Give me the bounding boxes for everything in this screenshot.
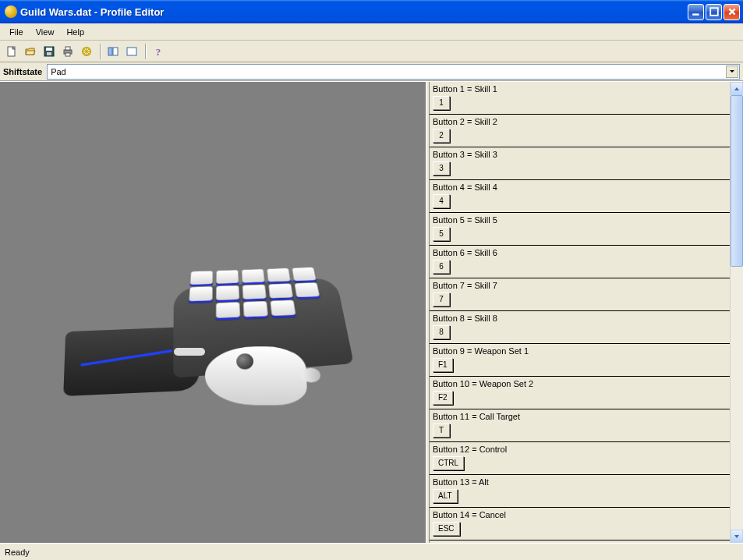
mapping-row: Button 5 = Skill 55 (430, 213, 730, 246)
help-icon[interactable]: ? (150, 43, 167, 60)
scrollbar[interactable] (730, 82, 743, 543)
scroll-thumb[interactable] (731, 95, 743, 267)
shiftstate-value: Pad (51, 67, 66, 76)
window-title: Guild Wars.dat - Profile Editor (20, 6, 688, 18)
menu-view[interactable]: View (30, 25, 61, 39)
mapping-key-button[interactable]: ALT (433, 489, 458, 503)
mapping-label: Button 14 = Cancel (433, 510, 727, 519)
main-area: Button 1 = Skill 11Button 2 = Skill 22Bu… (0, 81, 743, 543)
mapping-key-button[interactable]: 8 (433, 325, 450, 339)
mapping-key-button[interactable]: 1 (433, 96, 450, 110)
toolbar-separator (100, 44, 101, 59)
shiftstate-select[interactable]: Pad (47, 64, 740, 80)
shiftstate-label: Shiftstate (3, 67, 47, 76)
mapping-row: Button 8 = Skill 88 (430, 311, 730, 344)
mapping-row: Button 1 = Skill 11 (430, 82, 730, 115)
mapping-key-button[interactable]: T (433, 424, 450, 438)
mapping-row: Button 11 = Call TargetT (430, 409, 730, 442)
mapping-row: Button 2 = Skill 22 (430, 115, 730, 147)
mapping-row: Button 4 = Skill 44 (430, 180, 730, 213)
maximize-button[interactable] (706, 4, 722, 20)
svg-text:?: ? (156, 46, 161, 58)
svg-rect-0 (692, 13, 699, 15)
mapping-row: Button 7 = Skill 77 (430, 278, 730, 311)
scroll-track[interactable] (731, 95, 743, 530)
build-icon[interactable] (78, 43, 95, 60)
mapping-row: Button 13 = AltALT (430, 475, 730, 508)
mapping-label: Button 7 = Skill 7 (433, 281, 727, 290)
minimize-button[interactable] (688, 4, 704, 20)
statusbar: Ready (0, 543, 743, 560)
chevron-down-icon[interactable] (726, 66, 738, 78)
svg-rect-10 (108, 48, 112, 55)
thumb-module (203, 346, 307, 405)
mapping-label: Button 11 = Call Target (433, 412, 727, 421)
scroll-down-icon[interactable] (731, 530, 743, 543)
mapping-label: Button 12 = Control (433, 445, 727, 454)
side-knob (302, 367, 321, 382)
mapping-row: Button 14 = CancelESC (430, 508, 730, 541)
mapping-label: Button 9 = Weapon Set 1 (433, 346, 727, 356)
mapping-key-button[interactable]: ESC (433, 522, 460, 536)
menu-help[interactable]: Help (60, 25, 90, 39)
device-render (65, 250, 361, 438)
save-icon[interactable] (41, 43, 58, 60)
mapping-row: Button 9 = Weapon Set 1F1 (430, 344, 730, 377)
device-viewport[interactable] (0, 82, 426, 543)
side-button (174, 348, 205, 356)
menubar: File View Help (0, 23, 743, 41)
status-text: Ready (5, 548, 30, 557)
titlebar: Guild Wars.dat - Profile Editor (0, 0, 743, 23)
mapping-key-button[interactable]: F1 (433, 358, 453, 372)
svg-rect-12 (127, 48, 136, 55)
svg-rect-1 (710, 8, 718, 16)
mapping-row: Button 10 = Weapon Set 2F2 (430, 377, 730, 409)
mapping-key-button[interactable]: 3 (433, 161, 450, 175)
mapping-key-button[interactable]: 5 (433, 227, 450, 241)
mapping-label: Button 4 = Skill 4 (433, 183, 727, 192)
print-icon[interactable] (59, 43, 76, 60)
mapping-label: Button 8 = Skill 8 (433, 314, 727, 323)
mapping-label: Button 2 = Skill 2 (433, 117, 727, 126)
toolbar-separator (145, 44, 147, 59)
mappings-list: Button 1 = Skill 11Button 2 = Skill 22Bu… (430, 82, 730, 543)
scroll-up-icon[interactable] (731, 82, 743, 95)
mapping-label: Button 3 = Skill 3 (433, 150, 727, 159)
menu-file[interactable]: File (3, 25, 30, 39)
svg-rect-11 (113, 48, 118, 55)
open-icon[interactable] (22, 43, 39, 60)
svg-rect-8 (65, 53, 70, 56)
mapping-key-button[interactable]: CTRL (433, 456, 464, 470)
svg-rect-5 (47, 52, 51, 55)
layout-b-icon[interactable] (123, 43, 140, 60)
thumb-stick (236, 353, 253, 369)
mapping-label: Button 1 = Skill 1 (433, 84, 727, 94)
mapping-key-button[interactable]: 7 (433, 292, 450, 307)
window-controls (688, 4, 740, 20)
palm-stripe (80, 349, 172, 366)
keypad (188, 267, 324, 319)
mapping-key-button[interactable]: F2 (433, 391, 453, 405)
new-icon[interactable] (3, 43, 20, 60)
svg-rect-4 (46, 48, 52, 51)
mapping-row: Button 12 = ControlCTRL (430, 442, 730, 475)
layout-a-icon[interactable] (104, 43, 122, 60)
close-button[interactable] (724, 4, 740, 20)
mapping-key-button[interactable]: 4 (433, 194, 450, 208)
mapping-key-button[interactable]: 6 (433, 260, 450, 274)
mapping-label: Button 5 = Skill 5 (433, 215, 727, 225)
shiftstate-row: Shiftstate Pad (0, 62, 743, 81)
toolbar: ? (0, 41, 743, 62)
mapping-label: Button 6 = Skill 6 (433, 248, 727, 257)
mapping-label: Button 10 = Weapon Set 2 (433, 379, 727, 388)
app-icon (5, 5, 17, 18)
mappings-panel: Button 1 = Skill 11Button 2 = Skill 22Bu… (430, 82, 743, 543)
mapping-row: Button 6 = Skill 66 (430, 246, 730, 278)
mapping-label: Button 13 = Alt (433, 477, 727, 487)
mapping-row: Button 3 = Skill 33 (430, 147, 730, 180)
svg-rect-7 (65, 47, 70, 50)
mapping-key-button[interactable]: 2 (433, 129, 450, 143)
